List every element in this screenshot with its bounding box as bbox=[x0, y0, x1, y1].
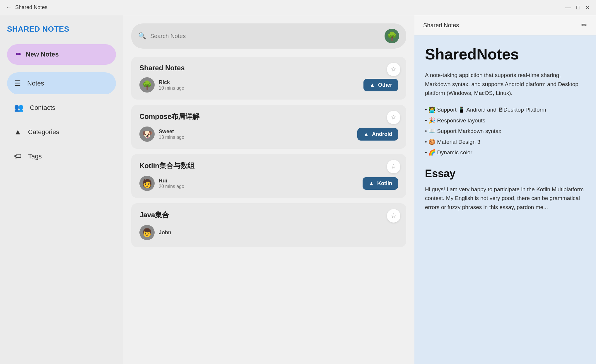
author-emoji-2: 🧑 bbox=[142, 179, 152, 188]
search-icon: 🔍 bbox=[138, 32, 146, 40]
note-author-2: 🧑 Rui 20 mins ago bbox=[139, 176, 184, 191]
sidebar-item-tags[interactable]: 🏷 Tags bbox=[7, 145, 116, 167]
contacts-icon: 👥 bbox=[14, 103, 23, 112]
category-badge-2[interactable]: ▲ Kotlin bbox=[363, 177, 398, 190]
author-info-1: Sweet 13 mins ago bbox=[159, 129, 184, 140]
badge-icon-2: ▲ bbox=[368, 180, 374, 187]
badge-label-0: Other bbox=[378, 82, 392, 88]
detail-content: SharedNotes A note-taking appliction tha… bbox=[414, 35, 596, 364]
new-notes-label: New Notes bbox=[26, 51, 59, 58]
titlebar-title: Shared Notes bbox=[15, 4, 47, 11]
author-time-2: 20 mins ago bbox=[159, 184, 184, 189]
detail-header-title: Shared Notes bbox=[423, 22, 459, 29]
star-button-2[interactable]: ☆ bbox=[387, 160, 400, 173]
author-emoji-0: 🌳 bbox=[142, 80, 152, 90]
detail-description: A note-taking appliction that supports r… bbox=[425, 71, 585, 98]
badge-label-2: Kotlin bbox=[377, 180, 392, 187]
author-emoji-3: 👦 bbox=[142, 228, 152, 237]
badge-label-1: Android bbox=[372, 131, 392, 137]
note-meta-3: 👦 John bbox=[139, 225, 398, 240]
categories-icon: ▲ bbox=[14, 127, 22, 136]
note-card-3[interactable]: Java集合 ☆ 👦 John bbox=[131, 203, 406, 247]
avatar-emoji: 🌳 bbox=[387, 31, 397, 41]
star-button-0[interactable]: ☆ bbox=[387, 63, 400, 76]
notes-list: Shared Notes ☆ 🌳 Rick 10 mins ago ▲ bbox=[131, 57, 406, 253]
author-name-0: Rick bbox=[159, 79, 184, 86]
author-name-2: Rui bbox=[159, 178, 184, 184]
detail-panel: Shared Notes ✏ SharedNotes A note-taking… bbox=[414, 15, 596, 364]
author-avatar-0: 🌳 bbox=[139, 77, 155, 93]
category-badge-1[interactable]: ▲ Android bbox=[357, 128, 398, 141]
author-name-3: John bbox=[159, 230, 171, 236]
badge-icon-0: ▲ bbox=[369, 82, 375, 88]
note-title-2: Kotlin集合与数组 bbox=[139, 161, 398, 170]
detail-features: • 🧑‍💻 Support 📱 Android and 🖥Desktop Pla… bbox=[425, 106, 585, 157]
author-info-2: Rui 20 mins ago bbox=[159, 178, 184, 189]
main-layout: SHARED NOTES ✏ New Notes ☰ Notes 👥 Conta… bbox=[0, 15, 596, 364]
note-card-0[interactable]: Shared Notes ☆ 🌳 Rick 10 mins ago ▲ bbox=[131, 57, 406, 100]
edit-button[interactable]: ✏ bbox=[581, 21, 587, 29]
note-title-1: Compose布局详解 bbox=[139, 112, 398, 121]
author-info-3: John bbox=[159, 230, 171, 236]
author-info-0: Rick 10 mins ago bbox=[159, 79, 184, 91]
detail-header: Shared Notes ✏ bbox=[414, 15, 596, 35]
note-meta-2: 🧑 Rui 20 mins ago ▲ Kotlin bbox=[139, 176, 398, 191]
note-author-1: 🐶 Sweet 13 mins ago bbox=[139, 127, 184, 142]
sidebar: SHARED NOTES ✏ New Notes ☰ Notes 👥 Conta… bbox=[0, 15, 123, 364]
author-emoji-1: 🐶 bbox=[142, 129, 152, 139]
nav-notes-label: Notes bbox=[27, 80, 44, 87]
detail-app-title: SharedNotes bbox=[425, 46, 585, 63]
titlebar-controls: — □ ✕ bbox=[565, 4, 590, 11]
nav-categories-label: Categories bbox=[28, 128, 59, 136]
minimize-button[interactable]: — bbox=[565, 4, 571, 11]
sidebar-item-contacts[interactable]: 👥 Contacts bbox=[7, 97, 116, 119]
new-notes-button[interactable]: ✏ New Notes bbox=[7, 44, 116, 65]
search-input[interactable] bbox=[150, 33, 380, 40]
middle-panel: 🔍 🌳 Shared Notes ☆ 🌳 Rick bbox=[123, 15, 414, 364]
author-avatar-3: 👦 bbox=[139, 225, 155, 240]
feature-2: • 📖 Support Markdown syntax bbox=[425, 127, 585, 136]
sidebar-item-notes[interactable]: ☰ Notes bbox=[7, 72, 116, 94]
titlebar-left: ← Shared Notes bbox=[6, 4, 47, 11]
note-author-3: 👦 John bbox=[139, 225, 171, 240]
detail-essay-title: Essay bbox=[425, 168, 585, 180]
sidebar-brand: SHARED NOTES bbox=[7, 25, 116, 34]
feature-3: • 🍪 Material Design 3 bbox=[425, 138, 585, 146]
pencil-icon: ✏ bbox=[16, 51, 21, 58]
note-author-0: 🌳 Rick 10 mins ago bbox=[139, 77, 184, 93]
feature-1: • 🎉 Responsive layouts bbox=[425, 117, 585, 125]
feature-0: • 🧑‍💻 Support 📱 Android and 🖥Desktop Pla… bbox=[425, 106, 585, 114]
nav-tags-label: Tags bbox=[28, 153, 42, 160]
star-button-3[interactable]: ☆ bbox=[387, 209, 400, 223]
titlebar: ← Shared Notes — □ ✕ bbox=[0, 0, 596, 15]
badge-icon-1: ▲ bbox=[363, 131, 369, 138]
nav-contacts-label: Contacts bbox=[30, 104, 55, 112]
note-card-2[interactable]: Kotlin集合与数组 ☆ 🧑 Rui 20 mins ago ▲ bbox=[131, 154, 406, 198]
user-avatar: 🌳 bbox=[385, 29, 399, 43]
note-meta-0: 🌳 Rick 10 mins ago ▲ Other bbox=[139, 77, 398, 93]
maximize-button[interactable]: □ bbox=[576, 4, 580, 11]
notes-icon: ☰ bbox=[14, 79, 21, 88]
search-bar: 🔍 🌳 bbox=[131, 23, 406, 49]
note-title-3: Java集合 bbox=[139, 210, 398, 220]
author-avatar-1: 🐶 bbox=[139, 127, 155, 142]
note-meta-1: 🐶 Sweet 13 mins ago ▲ Android bbox=[139, 127, 398, 142]
detail-essay-text: Hi guys! I am very happy to participate … bbox=[425, 185, 585, 212]
author-time-0: 10 mins ago bbox=[159, 86, 184, 91]
feature-4: • 🌈 Dynamic color bbox=[425, 148, 585, 157]
close-button[interactable]: ✕ bbox=[585, 4, 590, 11]
category-badge-0[interactable]: ▲ Other bbox=[363, 79, 398, 91]
back-button[interactable]: ← bbox=[6, 4, 12, 11]
tags-icon: 🏷 bbox=[14, 152, 22, 161]
author-time-1: 13 mins ago bbox=[159, 135, 184, 140]
sidebar-item-categories[interactable]: ▲ Categories bbox=[7, 121, 116, 143]
author-name-1: Sweet bbox=[159, 129, 184, 135]
star-button-1[interactable]: ☆ bbox=[387, 111, 400, 124]
note-card-1[interactable]: Compose布局详解 ☆ 🐶 Sweet 13 mins ago ▲ bbox=[131, 105, 406, 149]
note-title-0: Shared Notes bbox=[139, 64, 398, 72]
author-avatar-2: 🧑 bbox=[139, 176, 155, 191]
